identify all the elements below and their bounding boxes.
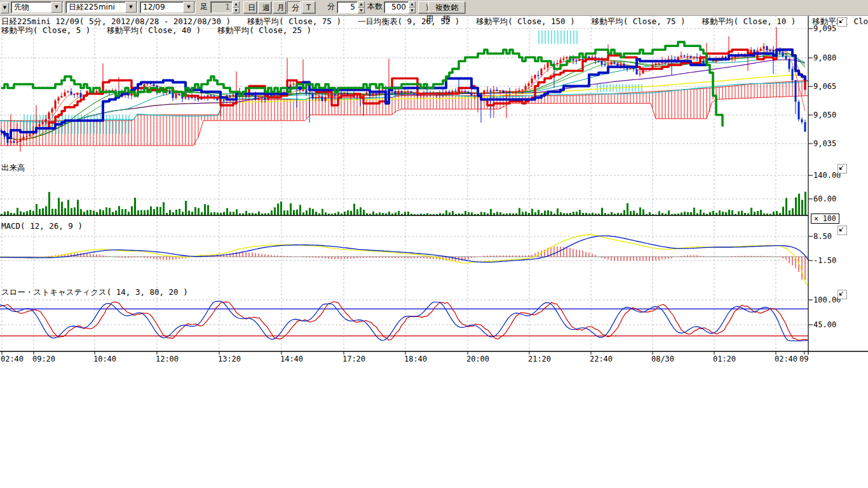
minutes-stepper[interactable]: 5 ▲▼ <box>337 1 365 13</box>
toolbar: ▼ 先物 ▼ 日経225mini ▼ 12/09 ▼ 足 1 ▲▼ 日週月分T … <box>0 0 868 16</box>
legend-row-1: 日経225mini 12/09( 5分, 2012/08/28 - 2012/0… <box>1 17 868 26</box>
time-axis-label: 22:40 <box>590 355 613 363</box>
macd-panel-label: MACD( 12, 26, 9 ) <box>1 222 83 231</box>
time-axis-label: 02:40 <box>1 355 24 363</box>
gridlines <box>0 15 808 351</box>
instrument-type-value: 先物 <box>11 2 50 13</box>
symbol-value: 日経225mini <box>66 2 125 13</box>
bar-count-stepper[interactable]: 500 ▲▼ <box>384 1 416 13</box>
period-button-5[interactable]: T <box>302 1 315 13</box>
spinner-arrows[interactable]: ▲▼ <box>358 1 365 13</box>
instrument-type-combobox[interactable]: 先物 ▼ <box>11 1 64 13</box>
chevron-down-icon[interactable]: ▼ <box>183 2 194 13</box>
legend-row-2: 移動平均( Close, 5 )移動平均( Close, 40 )移動平均( C… <box>1 26 311 35</box>
multi-symbol-button[interactable]: 複数銘柄 <box>428 1 465 13</box>
panel-expand-button-2[interactable] <box>837 164 847 173</box>
bar-interval-value: 1 <box>210 1 233 13</box>
macd-axis-label: -1.50 <box>813 256 836 265</box>
time-axis-label: 20:00 <box>466 355 489 363</box>
contract-month-combobox[interactable]: 12/09 ▼ <box>140 1 196 13</box>
time-axis-label: 02:40 <box>775 355 797 363</box>
spinner-arrows[interactable]: ▲▼ <box>409 1 416 13</box>
minutes-label: 分 <box>327 1 335 13</box>
volume-panel-label: 出来高 <box>1 163 25 172</box>
stoch-axis-label: 100.00 <box>813 295 841 304</box>
time-axis-label: 12:00 <box>156 355 179 363</box>
price-axis-label: 9,065 <box>813 82 836 91</box>
volume-axis-label: 140.00 <box>813 171 841 180</box>
chart-canvas[interactable] <box>0 0 868 488</box>
legend-item-5: 移動平均( Close, 75 ) <box>592 17 686 26</box>
minutes-value: 5 <box>337 1 358 13</box>
chevron-down-icon[interactable]: ▼ <box>51 2 62 13</box>
legend-item-row2-3: 移動平均( Close, 25 ) <box>217 26 311 35</box>
contract-month-value: 12/09 <box>140 2 182 13</box>
bar-type-label: 足 <box>200 1 208 13</box>
spin-down-icon[interactable]: ▼ <box>358 8 365 14</box>
time-axis-label: 13:20 <box>218 355 241 363</box>
time-axis-label: 10:40 <box>93 355 116 363</box>
symbol-combobox[interactable]: 日経225mini ▼ <box>65 1 138 13</box>
period-button-1[interactable]: 日 <box>243 1 257 13</box>
legend-item-row2-1: 移動平均( Close, 5 ) <box>1 26 90 35</box>
time-axis-label: 17:20 <box>342 355 365 363</box>
time-axis-label: 18:40 <box>404 355 427 363</box>
legend-item-1: 日経225mini 12/09( 5分, 2012/08/28 - 2012/0… <box>1 17 231 26</box>
legend-item-4: 移動平均( Close, 150 ) <box>476 17 574 26</box>
chevron-down-icon[interactable]: ▼ <box>125 2 137 13</box>
price-axis-label: 9,050 <box>813 111 836 119</box>
stoch-axis-label: 45.00 <box>813 320 836 329</box>
time-axis-label: 09 <box>799 355 808 363</box>
panel-expand-button-4[interactable] <box>837 290 847 299</box>
time-axis-label: 09:20 <box>32 355 55 363</box>
stochastics <box>0 301 808 341</box>
spin-down-icon[interactable]: ▼ <box>409 8 416 14</box>
macd <box>0 234 808 285</box>
clipped-combobox-arrow[interactable]: ▼ <box>1 3 9 13</box>
spin-up-icon[interactable]: ▲ <box>409 1 416 8</box>
volume-axis-label: 60.00 <box>813 194 836 203</box>
bar-interval-stepper[interactable]: 1 ▲▼ <box>210 1 240 13</box>
period-button-3[interactable]: 月 <box>273 1 286 13</box>
stochastics-panel-label: スロー・ストキャスティクス( 14, 3, 80, 20 ) <box>1 288 188 297</box>
spinner-arrows[interactable]: ▲▼ <box>233 1 240 13</box>
legend-item-2: 移動平均( Close, 75 ) <box>247 17 341 26</box>
panel-expand-button-3[interactable] <box>837 226 847 235</box>
time-axis-labels: 02:4009:2010:4012:0013:2014:4017:2018:40… <box>0 353 808 365</box>
price-axis-label: 9,095 <box>813 24 836 33</box>
macd-axis-label: 8.50 <box>813 232 832 241</box>
spin-down-icon[interactable]: ▼ <box>233 8 240 14</box>
volume-bars <box>1 192 806 215</box>
period-button-4[interactable]: 分 <box>287 1 301 13</box>
price-axis-label: 9,080 <box>813 53 836 62</box>
spin-up-icon[interactable]: ▲ <box>358 1 365 8</box>
volume-multiplier-box: × 100 <box>811 214 839 224</box>
time-axis-label: 14:40 <box>280 355 303 363</box>
time-axis-label: 21:20 <box>528 355 551 363</box>
period-button-2[interactable]: 週 <box>258 1 271 13</box>
time-axis-label: 01:20 <box>713 355 736 363</box>
price-axis-label: 9,035 <box>813 139 836 148</box>
legend-item-row2-2: 移動平均( Close, 40 ) <box>107 26 201 35</box>
legend-item-6: 移動平均( Close, 10 ) <box>702 17 796 26</box>
time-axis-label: 08/30 <box>651 355 674 363</box>
panel-expand-button-1[interactable] <box>837 17 847 27</box>
bar-count-label: 本数 <box>367 1 383 13</box>
bar-count-value: 500 <box>384 1 409 13</box>
spin-up-icon[interactable]: ▲ <box>233 1 240 8</box>
